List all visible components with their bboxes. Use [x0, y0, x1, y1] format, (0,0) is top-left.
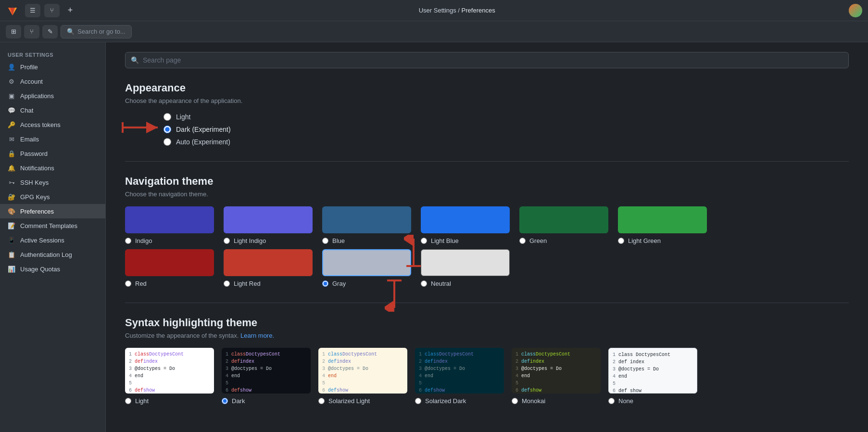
search-page-wrap: 🔍 [125, 52, 849, 68]
swatch-label-indigo[interactable]: Indigo [125, 237, 152, 244]
nav-radio-green[interactable] [519, 238, 526, 244]
sidebar-item-usage-quotas[interactable]: 📊 Usage Quotas [0, 262, 105, 276]
swatch-label-green[interactable]: Green [519, 237, 547, 244]
sidebar-item-password[interactable]: 🔒 Password [0, 146, 105, 161]
nav-radio-light-green[interactable] [618, 238, 624, 244]
nav-radio-indigo[interactable] [125, 238, 131, 244]
sidebar-item-notifications[interactable]: 🔔 Notifications [0, 161, 105, 175]
nav-radio-gray[interactable] [322, 280, 328, 287]
arrow-right-annotation [120, 120, 164, 135]
search-page-icon: 🔍 [131, 56, 139, 64]
nav-swatch-blue: Blue [322, 206, 411, 244]
sidebar-label-ssh-keys: SSH Keys [20, 179, 49, 186]
syntax-swatch-monokai: 1class DoctypesCont 2 def index 3 @docty… [512, 348, 601, 405]
swatch-label-red[interactable]: Red [125, 280, 147, 287]
swatch-light-green [618, 206, 707, 233]
merge-btn[interactable]: ⑂ [44, 4, 60, 17]
nav-swatch-light-indigo: Light Indigo [224, 206, 313, 244]
sidebar-label-profile: Profile [20, 64, 38, 71]
syntax-label-light[interactable]: Light [125, 397, 214, 405]
sidebar-item-chat[interactable]: 💬 Chat [0, 103, 105, 117]
appearance-radio-auto[interactable] [164, 138, 171, 146]
sidebar-item-comment-templates[interactable]: 📝 Comment Templates [0, 218, 105, 233]
sidebar-item-gpg-keys[interactable]: 🔐 GPG Keys [0, 190, 105, 204]
syntax-desc: Customize the appearance of the syntax. … [125, 332, 849, 339]
ssh-keys-icon: 🗝 [8, 178, 15, 186]
arrow-down-annotation [385, 278, 404, 312]
syntax-label-none[interactable]: None [608, 397, 697, 405]
appearance-option-auto[interactable]: Auto (Experiment) [164, 138, 849, 146]
arrow-up-annotation [404, 235, 423, 268]
appearance-radio-light[interactable] [164, 113, 171, 121]
syntax-preview-light: 1class DoctypesCont 2 def index 3 @docty… [125, 348, 214, 394]
topbar: ☰ ⑂ + User Settings / Preferences [0, 0, 868, 21]
sidebar-item-account[interactable]: ⚙ Account [0, 74, 105, 89]
swatch-label-light-red[interactable]: Light Red [224, 280, 261, 287]
section-divider-1 [125, 161, 849, 162]
sidebar-item-ssh-keys[interactable]: 🗝 SSH Keys [0, 175, 105, 190]
sidebar-item-profile[interactable]: 👤 Profile [0, 60, 105, 74]
syntax-radio-dark[interactable] [222, 398, 228, 404]
nav-swatch-red: Red [125, 249, 214, 287]
swatch-label-gray[interactable]: Gray [322, 280, 346, 287]
preferences-icon: 🎨 [8, 207, 15, 215]
swatch-gray [322, 249, 411, 276]
syntax-learn-more[interactable]: Learn more. [240, 332, 274, 339]
appearance-option-dark[interactable]: Dark (Experiment) [164, 126, 849, 133]
nav-radio-red[interactable] [125, 280, 131, 287]
nav-radio-neutral[interactable] [421, 280, 427, 287]
syntax-radio-solarized-dark[interactable] [415, 398, 421, 404]
syntax-swatch-none: 1class DoctypesCont 2 def index 3 @docty… [608, 348, 697, 405]
merge-view-btn[interactable]: ⑂ [24, 25, 39, 38]
access-tokens-icon: 🔑 [8, 121, 15, 128]
swatch-label-light-indigo[interactable]: Light Indigo [224, 237, 266, 244]
search-page-input[interactable] [125, 52, 849, 68]
syntax-label-solarized-dark[interactable]: Solarized Dark [415, 397, 504, 405]
nav-radio-blue[interactable] [322, 238, 328, 244]
password-icon: 🔒 [8, 150, 15, 157]
swatch-label-blue[interactable]: Blue [322, 237, 345, 244]
search-go-btn[interactable]: 🔍 Search or go to... [61, 25, 132, 38]
appearance-radio-dark[interactable] [164, 126, 171, 133]
sidebar-item-emails[interactable]: ✉ Emails [0, 132, 105, 146]
sidebar-item-access-tokens[interactable]: 🔑 Access tokens [0, 117, 105, 132]
sidebar-label-access-tokens: Access tokens [20, 121, 61, 128]
nav-theme-desc: Choose the navigation theme. [125, 191, 849, 198]
syntax-radio-none[interactable] [608, 398, 615, 404]
sidebar-item-preferences[interactable]: 🎨 Preferences [0, 204, 105, 218]
syntax-grid: 1class DoctypesCont 2 def index 3 @docty… [125, 348, 849, 405]
syntax-radio-monokai[interactable] [512, 398, 518, 404]
syntax-title: Syntax highlighting theme [125, 317, 849, 329]
user-avatar[interactable] [849, 4, 862, 17]
authentication-log-icon: 📋 [8, 251, 15, 258]
swatch-label-light-blue[interactable]: Light Blue [421, 237, 459, 244]
swatch-light-indigo [224, 206, 313, 233]
board-view-btn[interactable]: ⊞ [6, 25, 21, 38]
sidebar-item-active-sessions[interactable]: 📱 Active Sessions [0, 233, 105, 247]
swatch-blue [322, 206, 411, 233]
nav-swatch-light-red: Light Red [224, 249, 313, 287]
appearance-option-light[interactable]: Light [164, 113, 849, 121]
nav-theme-grid-row2: Red Light Red Gray [125, 249, 849, 287]
new-item-btn[interactable]: + [63, 4, 77, 17]
syntax-label-dark[interactable]: Dark [222, 397, 311, 405]
usage-quotas-icon: 📊 [8, 265, 15, 273]
swatch-label-light-green[interactable]: Light Green [618, 237, 661, 244]
syntax-label-monokai[interactable]: Monokai [512, 397, 601, 405]
sidebar-label-applications: Applications [20, 92, 54, 100]
nav-radio-light-indigo[interactable] [224, 238, 230, 244]
nav-swatch-indigo: Indigo [125, 206, 214, 244]
sidebar-label-chat: Chat [20, 107, 33, 114]
edit-btn[interactable]: ✎ [42, 25, 58, 38]
gpg-keys-icon: 🔐 [8, 193, 15, 201]
syntax-radio-solarized-light[interactable] [318, 398, 325, 404]
sidebar-toggle-btn[interactable]: ☰ [25, 4, 40, 17]
syntax-radio-light[interactable] [125, 398, 131, 404]
swatch-label-neutral[interactable]: Neutral [421, 280, 451, 287]
syntax-label-solarized-light[interactable]: Solarized Light [318, 397, 407, 405]
nav-radio-light-red[interactable] [224, 280, 230, 287]
sidebar-item-applications[interactable]: ▣ Applications [0, 89, 105, 103]
sidebar-label-notifications: Notifications [20, 165, 54, 172]
sidebar-item-authentication-log[interactable]: 📋 Authentication Log [0, 247, 105, 262]
active-sessions-icon: 📱 [8, 236, 15, 244]
